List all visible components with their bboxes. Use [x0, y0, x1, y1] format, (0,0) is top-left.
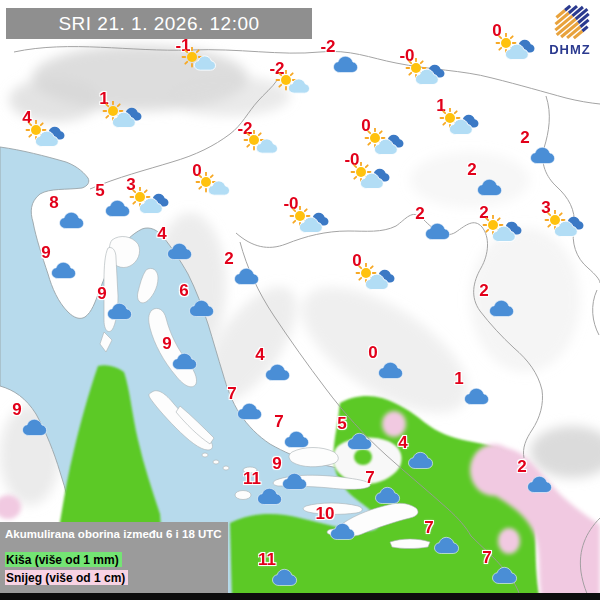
dhmz-logo-text: DHMZ: [541, 42, 599, 57]
cloud-icon: [346, 430, 373, 455]
sun-clouds-icon: [495, 33, 535, 66]
legend-rain-label: Kiša (više od 1 mm): [5, 552, 122, 567]
sun-clouds-icon: [482, 215, 522, 248]
cloud-icon: [188, 297, 215, 322]
bottom-bar: [0, 593, 600, 600]
cloud-icon: [526, 473, 553, 498]
cloud-icon: [488, 297, 515, 322]
sun-clouds-icon: [544, 210, 584, 243]
cloud-icon: [50, 259, 77, 284]
sun-clouds-icon: [129, 187, 169, 220]
sun-cloud-icon: [181, 47, 219, 78]
cloud-icon: [491, 564, 518, 589]
cloud-icon: [407, 449, 434, 474]
cloud-icon: [424, 220, 451, 245]
cloud-icon: [58, 209, 85, 234]
sun-cloud-icon: [195, 172, 233, 203]
sun-clouds-icon: [439, 108, 479, 141]
cloud-icon: [166, 240, 193, 265]
legend-snow-label: Snijeg (više od 1 cm): [5, 570, 128, 585]
cloud-icon: [271, 566, 298, 591]
cloud-icon: [332, 53, 359, 78]
cloud-icon: [233, 265, 260, 290]
sun-clouds-icon: [364, 128, 404, 161]
cloud-icon: [476, 176, 503, 201]
datetime-banner: SRI 21. 1. 2026. 12:00: [6, 8, 312, 39]
cloud-icon: [329, 520, 356, 545]
cloud-icon: [264, 361, 291, 386]
datetime-text: SRI 21. 1. 2026. 12:00: [58, 13, 259, 35]
dhmz-logo: DHMZ: [541, 2, 599, 56]
cloud-icon: [106, 300, 133, 325]
cloud-icon: [283, 428, 310, 453]
sun-clouds-icon: [405, 58, 445, 91]
stations-layer: -1-20-0-2141-202-002358-0322490262994017…: [0, 0, 600, 600]
sun-cloud-icon: [243, 130, 281, 161]
cloud-icon: [171, 350, 198, 375]
sun-clouds-icon: [289, 206, 329, 239]
sun-cloud-icon: [275, 70, 313, 101]
cloud-icon: [433, 534, 460, 559]
cloud-icon: [529, 144, 556, 169]
sun-clouds-icon: [355, 263, 395, 296]
cloud-icon: [374, 484, 401, 509]
cloud-icon: [377, 359, 404, 384]
cloud-icon: [21, 416, 48, 441]
sun-clouds-icon: [350, 162, 390, 195]
cloud-icon: [463, 385, 490, 410]
legend-title: Akumulirana oborina između 6 i 18 UTC: [5, 528, 228, 540]
cloud-icon: [236, 400, 263, 425]
dhmz-logo-icon: [541, 2, 599, 42]
cloud-icon: [104, 197, 131, 222]
weather-map-app: -1-20-0-2141-202-002358-0322490262994017…: [0, 0, 600, 600]
sun-clouds-icon: [102, 101, 142, 134]
cloud-icon: [256, 485, 283, 510]
cloud-icon: [281, 470, 308, 495]
precip-legend: Akumulirana oborina između 6 i 18 UTC Ki…: [0, 522, 228, 593]
sun-clouds-icon: [25, 120, 65, 153]
